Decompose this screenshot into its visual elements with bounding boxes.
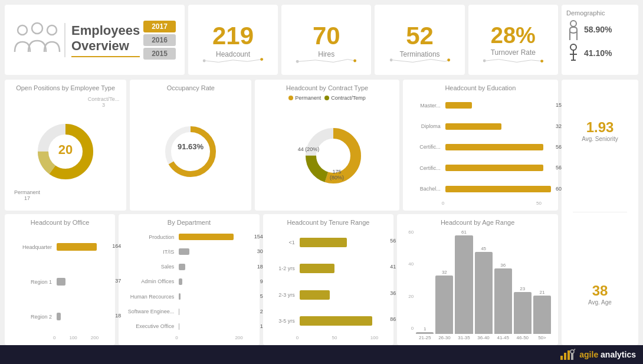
tenure-bar-1: 1-2 yrs 41 <box>270 264 384 273</box>
permanent-count: 17 <box>14 195 40 201</box>
svg-rect-48 <box>571 353 573 360</box>
contract-label: Contract/Te... <box>88 96 120 102</box>
svg-rect-46 <box>564 353 566 360</box>
department-card: By Department Production 154 IT/IS <box>119 214 260 345</box>
contract-type-donut: 44 (20%) 175 (80%) <box>292 126 363 182</box>
hires-value: 70 <box>313 22 340 50</box>
svg-point-8 <box>260 58 263 61</box>
headcount-value: 219 <box>212 22 254 50</box>
office-bar-0: Headquarter 164 <box>12 243 106 251</box>
header-title-line2: Overview <box>71 38 140 54</box>
year-2015-btn[interactable]: 2015 <box>143 48 176 60</box>
edu-bar-0: Master... 15 <box>410 102 551 109</box>
svg-point-2 <box>47 25 57 35</box>
female-percentage: 58.90% <box>584 25 612 34</box>
right-sidebar: 1.93 Avg. Seniority 38 Avg. Age <box>562 80 638 345</box>
avg-age-label: Avg. Age <box>588 299 612 306</box>
dept-bar-3: Admin Offices 9 <box>126 278 250 285</box>
education-card: Headcount by Education Master... 15 Dipl… <box>403 80 558 211</box>
svg-line-25 <box>531 60 542 61</box>
edu-bar-4: Bachel... 60 <box>410 186 551 192</box>
svg-text:20: 20 <box>58 142 73 157</box>
male-percentage: 41.10% <box>584 48 612 58</box>
hires-metric: 70 Hires <box>281 5 371 75</box>
svg-line-18 <box>431 60 445 62</box>
contract-type-card: Headcount by Contract Type Permanent Con… <box>255 80 399 211</box>
age-title: Headcount by Age Range <box>402 219 553 226</box>
contract-legend: Contract/Temp <box>324 95 366 101</box>
svg-point-21 <box>483 60 486 63</box>
office-title: Headcount by Office <box>9 219 110 226</box>
demographic-title: Demographic <box>566 9 634 17</box>
contract-type-title: Headcount by Contract Type <box>260 84 394 91</box>
svg-point-3 <box>203 60 206 63</box>
edu-bar-2: Certific... 56 <box>410 144 551 150</box>
dept-bar-1: IT/IS 30 <box>126 248 250 255</box>
svg-point-9 <box>296 60 299 63</box>
svg-point-1 <box>32 23 42 34</box>
svg-line-6 <box>233 60 247 61</box>
female-icon <box>566 19 580 40</box>
turnover-metric: 28% Turnover Rate <box>468 5 558 75</box>
demographic-stats: 1.93 Avg. Seniority 38 Avg. Age <box>562 80 638 345</box>
permanent-label: Permanent <box>14 189 40 195</box>
terminations-metric: 52 Terminations <box>375 5 464 75</box>
avg-seniority-label: Avg. Seniority <box>582 136 618 142</box>
brand-name: agile analytics <box>579 350 636 359</box>
svg-text:175: 175 <box>332 169 341 175</box>
occupancy-card: Occupancy Rate 91.63% <box>130 80 251 211</box>
edu-bar-1: Diploma 32 <box>410 123 551 130</box>
dept-bar-6: Executive Office 1 <box>126 323 250 330</box>
turnover-value: 28% <box>491 23 536 48</box>
open-positions-title: Open Positions by Employee Type <box>9 84 122 91</box>
svg-line-10 <box>299 60 316 61</box>
avg-age-value: 38 <box>588 283 612 299</box>
footer: agile analytics <box>0 345 643 364</box>
svg-rect-45 <box>560 356 563 360</box>
male-icon <box>566 42 580 64</box>
year-2017-btn[interactable]: 2017 <box>143 21 176 32</box>
tenure-bar-0: <1 56 <box>270 238 384 247</box>
svg-line-24 <box>517 60 531 63</box>
brand-icon <box>559 349 576 360</box>
svg-line-5 <box>219 60 233 63</box>
office-bar-2: Region 2 18 <box>12 313 106 320</box>
header-panel: Employees Overview 2017 2016 2015 <box>5 5 185 75</box>
svg-point-0 <box>18 25 27 35</box>
svg-point-49 <box>570 350 574 353</box>
tenure-title: Headcount by Tenure Range <box>268 219 389 226</box>
department-title: By Department <box>123 219 255 226</box>
svg-point-26 <box>540 60 543 63</box>
svg-line-4 <box>206 61 219 62</box>
permanent-legend: Permanent <box>288 95 321 101</box>
headcount-metric: 219 Headcount <box>188 5 278 75</box>
svg-line-7 <box>247 60 261 62</box>
svg-text:(80%): (80%) <box>330 175 344 181</box>
occupancy-title: Occupancy Rate <box>134 84 247 91</box>
dept-bar-5: Software Enginee... 2 <box>126 309 250 315</box>
top-row: Employees Overview 2017 2016 2015 219 He… <box>0 0 643 80</box>
year-2016-btn[interactable]: 2016 <box>143 34 176 46</box>
svg-line-12 <box>333 60 347 63</box>
svg-line-22 <box>486 60 499 61</box>
age-card: Headcount by Age Range 60 40 20 0 <box>397 214 558 345</box>
svg-line-11 <box>316 60 333 63</box>
tenure-card: Headcount by Tenure Range <1 56 1-2 yrs <box>263 214 393 345</box>
occupancy-donut: 91.63% <box>158 121 223 180</box>
svg-line-23 <box>498 60 516 63</box>
edu-bar-3: Certific... 56 <box>410 165 551 171</box>
svg-rect-47 <box>567 350 570 360</box>
tenure-bar-2: 2-3 yrs 36 <box>270 290 384 300</box>
education-title: Headcount by Education <box>408 84 553 91</box>
svg-point-15 <box>389 58 392 61</box>
svg-point-27 <box>570 21 576 27</box>
header-title-line1: Employees <box>71 23 140 38</box>
dept-bar-4: Human Recources 5 <box>126 293 250 300</box>
svg-point-14 <box>354 60 357 63</box>
svg-line-50 <box>574 349 576 351</box>
tenure-bar-3: 3-5 yrs 86 <box>270 316 384 326</box>
office-card: Headcount by Office Headquarter 164 Regi… <box>5 214 115 345</box>
svg-line-17 <box>412 60 430 63</box>
open-positions-donut: 20 <box>33 121 98 180</box>
svg-text:44 (20%): 44 (20%) <box>297 146 319 152</box>
